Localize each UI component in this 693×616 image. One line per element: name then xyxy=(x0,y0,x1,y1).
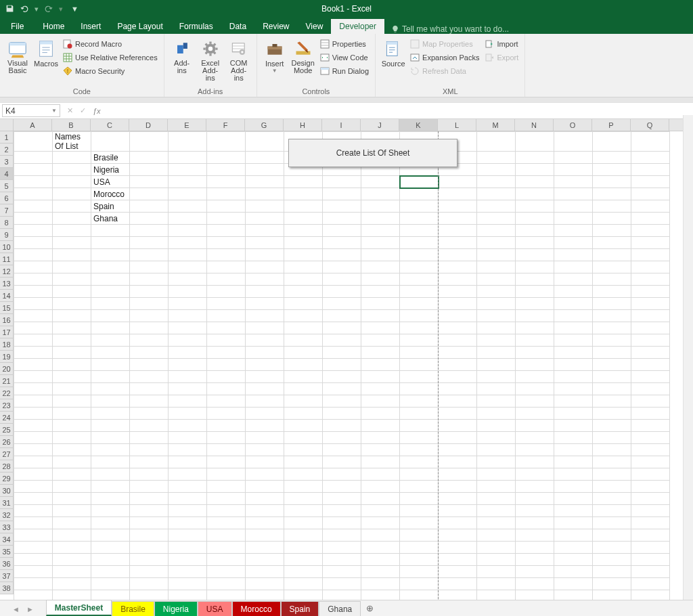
col-header-P[interactable]: P xyxy=(592,119,631,131)
cell-P30[interactable] xyxy=(593,493,631,505)
cell-L21[interactable] xyxy=(439,383,477,395)
cell-A17[interactable] xyxy=(14,334,53,347)
cell-B37[interactable] xyxy=(53,578,91,590)
cell-E1[interactable] xyxy=(169,132,207,152)
cell-I10[interactable] xyxy=(323,249,361,261)
cell-J19[interactable] xyxy=(361,359,400,371)
cell-A8[interactable] xyxy=(14,225,53,237)
cell-J9[interactable] xyxy=(361,237,400,249)
cell-F23[interactable] xyxy=(207,408,246,420)
cell-F2[interactable] xyxy=(207,152,246,164)
row-header-8[interactable]: 8 xyxy=(0,217,13,229)
cell-O17[interactable] xyxy=(554,334,593,347)
cell-F11[interactable] xyxy=(207,261,246,273)
cell-I23[interactable] xyxy=(323,408,361,420)
cell-C4[interactable]: USA xyxy=(91,176,130,188)
cell-Q37[interactable] xyxy=(631,578,670,590)
cell-D15[interactable] xyxy=(130,310,169,322)
cell-K9[interactable] xyxy=(400,237,439,249)
cell-E25[interactable] xyxy=(169,432,207,444)
cell-O35[interactable] xyxy=(554,554,593,566)
cell-J15[interactable] xyxy=(361,310,400,322)
cell-A36[interactable] xyxy=(14,566,53,578)
cell-O13[interactable] xyxy=(554,286,593,298)
cell-C19[interactable] xyxy=(91,359,130,371)
cell-K26[interactable] xyxy=(400,444,439,456)
cell-A26[interactable] xyxy=(14,444,53,456)
cell-N11[interactable] xyxy=(516,261,554,273)
cell-H28[interactable] xyxy=(284,468,323,481)
col-header-F[interactable]: F xyxy=(206,119,245,131)
select-all-corner[interactable] xyxy=(0,119,14,131)
cell-A25[interactable] xyxy=(14,432,53,444)
cell-Q9[interactable] xyxy=(631,237,670,249)
cell-G33[interactable] xyxy=(246,529,284,542)
cell-O8[interactable] xyxy=(554,225,593,237)
row-header-35[interactable]: 35 xyxy=(0,546,13,558)
cell-D16[interactable] xyxy=(130,322,169,334)
cell-F1[interactable] xyxy=(207,132,246,152)
cell-H10[interactable] xyxy=(284,249,323,261)
cell-D36[interactable] xyxy=(130,566,169,578)
cell-N2[interactable] xyxy=(516,152,554,164)
cell-B7[interactable] xyxy=(53,213,91,225)
cell-P34[interactable] xyxy=(593,542,631,554)
row-header-33[interactable]: 33 xyxy=(0,521,13,533)
cell-H31[interactable] xyxy=(284,505,323,517)
cell-Q5[interactable] xyxy=(631,188,670,200)
cell-P32[interactable] xyxy=(593,517,631,529)
cell-M22[interactable] xyxy=(477,395,516,408)
cell-K14[interactable] xyxy=(400,298,439,310)
cell-K24[interactable] xyxy=(400,420,439,432)
cell-M33[interactable] xyxy=(477,529,516,542)
cell-B24[interactable] xyxy=(53,420,91,432)
cell-Q11[interactable] xyxy=(631,261,670,273)
cell-J23[interactable] xyxy=(361,408,400,420)
cell-H24[interactable] xyxy=(284,420,323,432)
cell-C36[interactable] xyxy=(91,566,130,578)
cell-F14[interactable] xyxy=(207,298,246,310)
cell-D29[interactable] xyxy=(130,481,169,493)
cell-Q16[interactable] xyxy=(631,322,670,334)
cell-J32[interactable] xyxy=(361,517,400,529)
cell-P16[interactable] xyxy=(593,322,631,334)
cell-C37[interactable] xyxy=(91,578,130,590)
cell-L10[interactable] xyxy=(439,249,477,261)
col-header-K[interactable]: K xyxy=(399,119,438,131)
cell-I37[interactable] xyxy=(323,578,361,590)
tell-me[interactable]: Tell me what you want to do... xyxy=(384,24,509,34)
cell-C9[interactable] xyxy=(91,237,130,249)
sheet-tab-spain[interactable]: Spain xyxy=(281,601,319,616)
cell-M34[interactable] xyxy=(477,542,516,554)
cell-D14[interactable] xyxy=(130,298,169,310)
cell-J5[interactable] xyxy=(361,188,400,200)
cell-L26[interactable] xyxy=(439,444,477,456)
cell-Q33[interactable] xyxy=(631,529,670,542)
cell-N33[interactable] xyxy=(516,529,554,542)
cell-E2[interactable] xyxy=(169,152,207,164)
cell-O12[interactable] xyxy=(554,273,593,286)
cell-P18[interactable] xyxy=(593,347,631,359)
cell-E24[interactable] xyxy=(169,420,207,432)
cell-O27[interactable] xyxy=(554,456,593,468)
cell-Q30[interactable] xyxy=(631,493,670,505)
cell-P1[interactable] xyxy=(593,132,631,152)
cell-K18[interactable] xyxy=(400,347,439,359)
cell-O21[interactable] xyxy=(554,383,593,395)
cell-N31[interactable] xyxy=(516,505,554,517)
cell-F8[interactable] xyxy=(207,225,246,237)
cell-J8[interactable] xyxy=(361,225,400,237)
cell-G36[interactable] xyxy=(246,566,284,578)
cell-A5[interactable] xyxy=(14,188,53,200)
cell-K8[interactable] xyxy=(400,225,439,237)
row-header-36[interactable]: 36 xyxy=(0,558,13,570)
tab-home[interactable]: Home xyxy=(35,19,72,34)
cell-A28[interactable] xyxy=(14,468,53,481)
cell-B25[interactable] xyxy=(53,432,91,444)
cell-H22[interactable] xyxy=(284,395,323,408)
cell-G23[interactable] xyxy=(246,408,284,420)
cell-Q6[interactable] xyxy=(631,200,670,213)
cell-L35[interactable] xyxy=(439,554,477,566)
cell-J29[interactable] xyxy=(361,481,400,493)
cell-C6[interactable]: Spain xyxy=(91,200,130,213)
